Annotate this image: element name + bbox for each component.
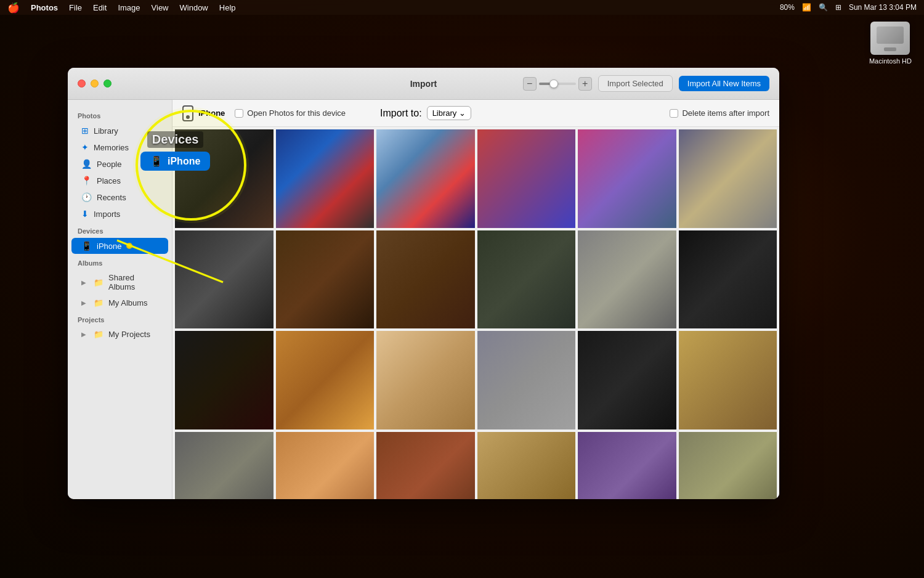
- import-to-select[interactable]: Library ⌄: [427, 106, 472, 120]
- photo-thumbnail[interactable]: [376, 432, 475, 500]
- memories-icon: ✦: [81, 142, 89, 152]
- close-button[interactable]: [78, 79, 86, 88]
- macintosh-hd-desktop-icon[interactable]: Macintosh HD: [869, 22, 912, 65]
- photo-thumbnail[interactable]: [175, 230, 274, 329]
- people-icon: 👤: [81, 159, 92, 169]
- menubar-search-icon[interactable]: 🔍: [819, 3, 828, 12]
- sidebar-item-my-albums[interactable]: ▶ 📁 My Albums: [71, 295, 168, 311]
- menubar-view[interactable]: View: [152, 3, 169, 12]
- menubar-image[interactable]: Image: [118, 3, 140, 12]
- sidebar-item-shared-albums[interactable]: ▶ 📁 Shared Albums: [71, 270, 168, 295]
- imports-icon: ⬇: [81, 209, 89, 219]
- sidebar-item-shared-albums-label: Shared Albums: [108, 273, 158, 291]
- shared-albums-expand-icon[interactable]: ▶: [81, 279, 86, 286]
- sidebar-item-my-projects-label: My Projects: [108, 330, 150, 339]
- photo-thumbnail[interactable]: [679, 129, 777, 228]
- photo-thumbnail[interactable]: [276, 432, 375, 500]
- menubar-control-center-icon[interactable]: ⊞: [835, 3, 841, 12]
- titlebar-right-controls: − + Import Selected Import All New Items: [523, 75, 769, 92]
- import-to-label: Import to:: [380, 108, 422, 119]
- menubar-datetime: Sun Mar 13 3:04 PM: [849, 3, 917, 12]
- my-albums-expand-icon[interactable]: ▶: [81, 299, 86, 306]
- import-to-value: Library: [432, 108, 457, 118]
- import-to-group: Import to: Library ⌄: [380, 106, 471, 120]
- window-title: Import: [410, 79, 437, 89]
- photo-thumbnail[interactable]: [276, 230, 375, 329]
- delete-after-checkbox[interactable]: [670, 109, 678, 118]
- library-icon: ⊞: [81, 126, 89, 136]
- import-toolbar: iPhone Open Photos for this device Impor…: [172, 100, 779, 127]
- recents-icon: 🕐: [81, 192, 92, 202]
- photo-thumbnail[interactable]: [175, 331, 274, 429]
- open-photos-label: Open Photos for this device: [247, 108, 346, 118]
- photo-thumbnail[interactable]: [679, 432, 777, 500]
- main-content: Photos ⊞ Library ✦ Memories 👤 People 📍 P…: [68, 100, 779, 499]
- sidebar-item-imports[interactable]: ⬇ Imports: [71, 206, 168, 222]
- apple-menu[interactable]: 🍎: [7, 2, 20, 14]
- import-selected-button[interactable]: Import Selected: [598, 75, 673, 92]
- menubar-window[interactable]: Window: [180, 3, 208, 12]
- menubar-file[interactable]: File: [69, 3, 82, 12]
- photo-thumbnail[interactable]: [376, 331, 475, 429]
- import-all-button[interactable]: Import All New Items: [679, 76, 769, 91]
- sidebar-item-library-label: Library: [94, 126, 118, 136]
- import-to-chevron-icon: ⌄: [459, 108, 466, 118]
- zoom-slider-thumb[interactable]: [549, 79, 558, 88]
- photo-area[interactable]: [172, 127, 779, 499]
- traffic-lights: [78, 79, 111, 88]
- photo-thumbnail[interactable]: [578, 432, 676, 500]
- menubar-battery: 80%: [780, 3, 795, 12]
- photo-thumbnail[interactable]: [679, 331, 777, 429]
- menubar-wifi-icon: 📶: [802, 3, 811, 12]
- hd-icon-label: Macintosh HD: [869, 57, 912, 65]
- iphone-active-dot: [126, 243, 132, 249]
- open-photos-checkbox-group[interactable]: Open Photos for this device: [235, 108, 346, 118]
- my-projects-expand-icon[interactable]: ▶: [81, 331, 86, 338]
- photo-thumbnail[interactable]: [276, 331, 375, 429]
- sidebar-item-iphone[interactable]: 📱 iPhone: [71, 238, 168, 254]
- sidebar-item-iphone-label: iPhone: [97, 242, 121, 251]
- sidebar-item-places-label: Places: [97, 176, 121, 185]
- zoom-in-button[interactable]: +: [578, 77, 592, 91]
- menubar-help[interactable]: Help: [219, 3, 236, 12]
- iphone-device-icon: [182, 105, 193, 121]
- delete-after-group[interactable]: Delete items after import: [670, 108, 769, 118]
- sidebar-item-people-label: People: [97, 160, 121, 169]
- photo-thumbnail[interactable]: [477, 230, 576, 329]
- photo-thumbnail[interactable]: [578, 331, 676, 429]
- minimize-button[interactable]: [91, 79, 99, 88]
- maximize-button[interactable]: [103, 79, 111, 88]
- photos-app-window: Import − + Import Selected Import All Ne…: [68, 68, 779, 499]
- shared-albums-folder-icon: 📁: [94, 278, 103, 287]
- sidebar-item-library[interactable]: ⊞ Library: [71, 123, 168, 139]
- photo-grid: [172, 127, 779, 499]
- sidebar-item-memories[interactable]: ✦ Memories: [71, 139, 168, 155]
- photo-thumbnail[interactable]: [376, 129, 475, 228]
- sidebar-item-my-projects[interactable]: ▶ 📁 My Projects: [71, 327, 168, 342]
- photo-thumbnail[interactable]: [578, 129, 676, 228]
- sidebar-item-imports-label: Imports: [94, 210, 120, 219]
- menubar-edit[interactable]: Edit: [93, 3, 107, 12]
- photo-thumbnail[interactable]: [276, 129, 375, 228]
- places-icon: 📍: [81, 176, 92, 185]
- photo-thumbnail[interactable]: [477, 331, 576, 429]
- photo-thumbnail[interactable]: [578, 230, 676, 329]
- photo-thumbnail[interactable]: [175, 129, 274, 228]
- photo-thumbnail[interactable]: [679, 230, 777, 329]
- sidebar-item-recents-label: Recents: [97, 193, 126, 202]
- sidebar-item-recents[interactable]: 🕐 Recents: [71, 189, 168, 205]
- sidebar: Photos ⊞ Library ✦ Memories 👤 People 📍 P…: [68, 100, 172, 499]
- zoom-slider[interactable]: [539, 83, 576, 85]
- zoom-out-button[interactable]: −: [523, 77, 537, 91]
- photo-thumbnail[interactable]: [376, 230, 475, 329]
- menubar-app-name[interactable]: Photos: [31, 3, 58, 12]
- photo-thumbnail[interactable]: [175, 432, 274, 500]
- open-photos-checkbox[interactable]: [235, 109, 243, 118]
- photo-thumbnail[interactable]: [477, 129, 576, 228]
- my-projects-folder-icon: 📁: [94, 330, 103, 339]
- photo-thumbnail[interactable]: [477, 432, 576, 500]
- sidebar-albums-section-label: Albums: [68, 254, 172, 269]
- sidebar-item-people[interactable]: 👤 People: [71, 156, 168, 172]
- sidebar-item-places[interactable]: 📍 Places: [71, 173, 168, 189]
- iphone-sidebar-icon: 📱: [81, 241, 92, 251]
